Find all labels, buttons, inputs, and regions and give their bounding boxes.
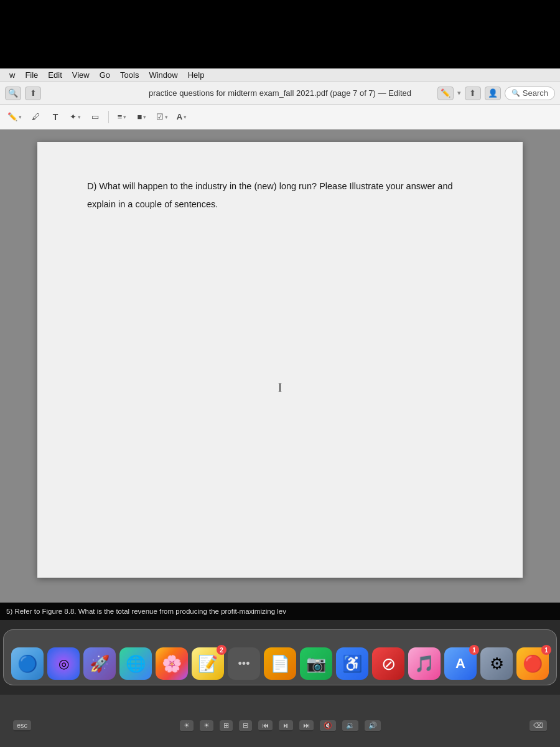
checkbox-icon: ☑	[156, 112, 164, 121]
search-button[interactable]: 🔍 Search	[505, 87, 555, 100]
edit-button[interactable]: ✏️	[437, 87, 454, 100]
menu-item-edit[interactable]: Edit	[44, 69, 66, 81]
menu-bar: w File Edit View Go Tools Window Help	[0, 68, 560, 82]
dock-system-prefs[interactable]: ⚙	[480, 647, 513, 680]
question-d-line1: D) What will happen to the industry in t…	[87, 179, 473, 194]
esc-key[interactable]: esc	[13, 720, 31, 731]
vol-up-key[interactable]: 🔊	[365, 720, 381, 732]
window-title: practice questions for midterm exam_fall…	[149, 88, 411, 98]
dock-photos[interactable]: 🌸	[156, 647, 188, 680]
keyboard-area: esc ☀ ☀ ⊞ ⊟ ⏮ ⏯ ⏭ 🔇 🔉 🔊 ⌫	[0, 695, 560, 747]
media-play-key[interactable]: ⏯	[279, 720, 293, 731]
next-question-preview: 5) Refer to Figure 8.8. What is the tota…	[6, 608, 286, 615]
main-content-area: D) What will happen to the industry in t…	[0, 129, 560, 603]
toolbar: ✏️ ▾ 🖊 T ✦ ▾ ▭ ≡ ▾ ■ ▾ ☑ ▾ A ▾	[0, 105, 560, 129]
upload-button[interactable]: ⬆	[25, 87, 41, 100]
notes-badge: 2	[217, 645, 226, 655]
brightness-up-key[interactable]: ☀	[200, 720, 213, 732]
shapes-tool[interactable]: ✦ ▾	[67, 108, 84, 126]
safari-icon: 🌐	[126, 654, 146, 674]
text-cursor: I	[278, 382, 282, 395]
facetime-icon: 📷	[306, 654, 326, 674]
menu-item-tools[interactable]: Tools	[116, 69, 143, 81]
dock: 🔵 ◎ 🚀 🌐 🌸 📝 2 ••• 📄 📷 ♿ ⊘	[3, 629, 557, 685]
dock-accessibility[interactable]: ♿	[336, 647, 368, 680]
menu-item-go[interactable]: Go	[95, 69, 114, 81]
text-icon: T	[53, 112, 58, 122]
menu-item-view[interactable]: View	[68, 69, 94, 81]
square-icon: ■	[138, 112, 142, 121]
question-d-line2: explain in a couple of sentences.	[87, 197, 473, 212]
font-icon: A	[177, 112, 182, 121]
dock-launchpad[interactable]: 🚀	[83, 647, 116, 680]
chevron-down-small[interactable]: ▾	[457, 89, 461, 97]
last-app-icon: 🔴	[523, 654, 543, 674]
last-app-badge: 1	[541, 645, 551, 655]
font-tool[interactable]: A ▾	[173, 108, 190, 126]
brightness-down-key[interactable]: ☀	[180, 720, 194, 732]
title-bar-left-buttons: 🔍 ⬆	[5, 87, 41, 100]
font-book-badge: 1	[469, 645, 479, 655]
pencil-chevron: ▾	[19, 114, 22, 120]
menu-item-w[interactable]: w	[5, 69, 19, 81]
pdf-page[interactable]: D) What will happen to the industry in t…	[37, 142, 523, 578]
dock-last[interactable]: 🔴 1	[516, 647, 549, 680]
dock-notes[interactable]: 📝 2	[192, 647, 224, 680]
title-bar-right-buttons: ✏️ ▾ ⬆ 👤 🔍 Search	[437, 87, 555, 100]
media-back-key[interactable]: ⏮	[258, 720, 273, 731]
menu-item-help[interactable]: Help	[184, 69, 209, 81]
shapes-icon: ✦	[70, 112, 77, 121]
menu-item-file[interactable]: File	[21, 69, 42, 81]
no-symbol-icon: ⊘	[381, 654, 396, 674]
text-tool[interactable]: T	[47, 108, 64, 126]
more-icon: •••	[238, 657, 250, 670]
square-tool[interactable]: ■ ▾	[133, 108, 151, 126]
font-book-icon: A	[455, 655, 465, 672]
bottom-overlay-bar: 5) Refer to Figure 8.8. What is the tota…	[0, 603, 560, 620]
annotate-icon: 🖊	[32, 112, 40, 121]
font-chevron: ▾	[184, 114, 187, 120]
rectangle-tool[interactable]: ▭	[86, 108, 104, 126]
magnifier-button[interactable]: 🔍	[5, 87, 21, 100]
media-forward-key[interactable]: ⏭	[299, 720, 314, 731]
dock-more[interactable]: •••	[228, 647, 260, 680]
search-icon: 🔍	[511, 89, 520, 97]
pdf-content: D) What will happen to the industry in t…	[87, 179, 473, 212]
dock-area: 🔵 ◎ 🚀 🌐 🌸 📝 2 ••• 📄 📷 ♿ ⊘	[0, 620, 560, 695]
search-label: Search	[523, 88, 548, 98]
toolbar-separator-1	[108, 111, 109, 123]
dock-facetime[interactable]: 📷	[300, 647, 332, 680]
mute-key[interactable]: 🔇	[320, 720, 336, 732]
dock-siri[interactable]: ◎	[47, 647, 80, 680]
title-bar: 🔍 ⬆ practice questions for midterm exam_…	[0, 82, 560, 105]
checkbox-chevron: ▾	[165, 114, 168, 120]
vol-down-key[interactable]: 🔉	[342, 720, 358, 732]
rectangle-icon: ▭	[91, 112, 99, 121]
dock-safari[interactable]: 🌐	[119, 647, 152, 680]
pencil-icon: ✏️	[7, 112, 17, 121]
launchpad-key[interactable]: ⊟	[239, 720, 252, 732]
profile-button[interactable]: 👤	[485, 87, 501, 100]
mission-control-key[interactable]: ⊞	[220, 720, 233, 732]
annotate-tool[interactable]: 🖊	[27, 108, 44, 126]
share-button[interactable]: ⬆	[465, 87, 481, 100]
notes-icon: 📝	[198, 654, 218, 674]
menu-item-window[interactable]: Window	[144, 69, 182, 81]
pencil-tool[interactable]: ✏️ ▾	[5, 108, 24, 126]
list-tool[interactable]: ≡ ▾	[113, 108, 131, 126]
dock-app2[interactable]: 📄	[264, 647, 296, 680]
dock-no-symbol[interactable]: ⊘	[372, 647, 404, 680]
shapes-chevron: ▾	[78, 114, 81, 120]
launchpad-icon: 🚀	[90, 654, 110, 674]
dock-finder[interactable]: 🔵	[11, 647, 44, 680]
music-icon: 🎵	[414, 654, 434, 674]
delete-key[interactable]: ⌫	[530, 720, 547, 732]
app2-icon: 📄	[270, 654, 290, 674]
list-chevron: ▾	[123, 114, 126, 120]
finder-icon: 🔵	[17, 654, 37, 674]
accessibility-icon: ♿	[342, 654, 362, 674]
dock-music[interactable]: 🎵	[408, 647, 441, 680]
checkbox-tool[interactable]: ☑ ▾	[153, 108, 170, 126]
list-icon: ≡	[118, 112, 123, 121]
dock-font-book[interactable]: A 1	[444, 647, 477, 680]
